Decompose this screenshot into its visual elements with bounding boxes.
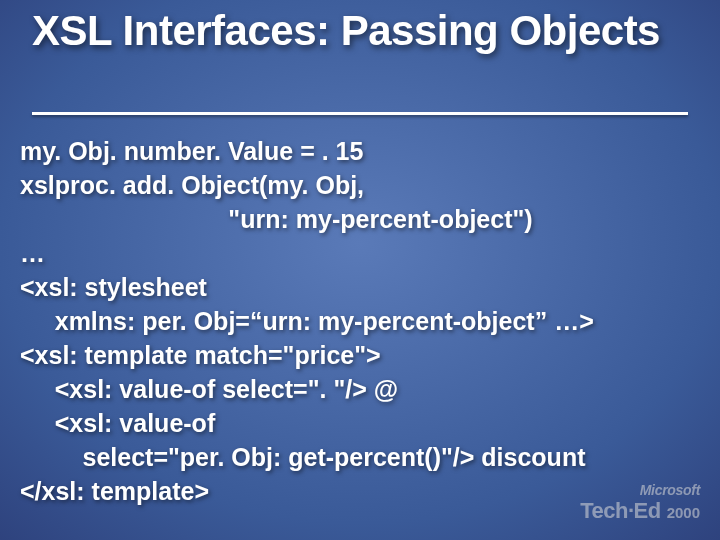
slide-title: XSL Interfaces: Passing Objects: [32, 8, 700, 53]
logo-company: Microsoft: [580, 482, 700, 498]
logo-event: Tech·Ed: [580, 498, 660, 524]
code-block: my. Obj. number. Value = . 15 xslproc. a…: [20, 134, 700, 508]
logo-year: 2000: [667, 504, 700, 521]
title-underline: [32, 112, 688, 115]
microsoft-teched-logo: Microsoft Tech·Ed 2000: [580, 482, 700, 524]
